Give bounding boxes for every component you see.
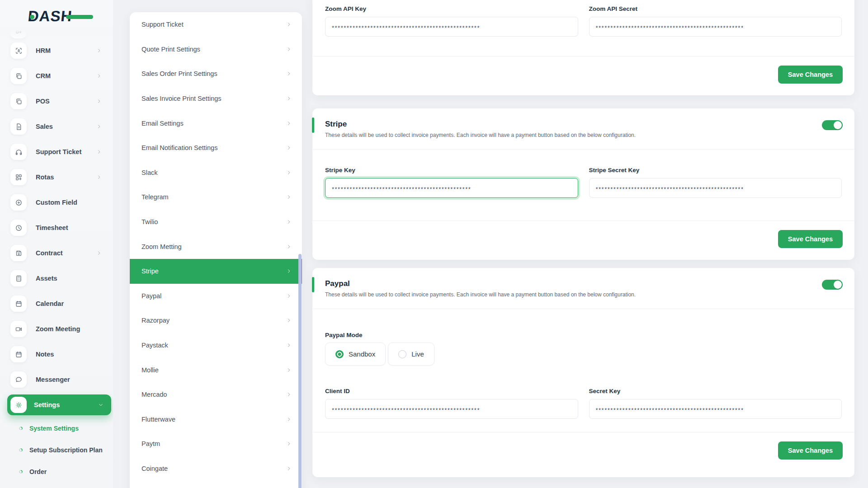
settings-menu-item-zoom-metting[interactable]: Zoom Metting: [130, 234, 302, 259]
form-field: Zoom API Secret: [589, 5, 842, 37]
grid-plus-icon: [10, 169, 27, 185]
form-field: Client ID: [325, 388, 578, 419]
sidebar-item-support-ticket[interactable]: Support Ticket: [0, 139, 113, 164]
section-description: These details will be used to collect in…: [325, 132, 842, 139]
chevron-right-icon: [96, 149, 102, 155]
settings-menu-item-mercado[interactable]: Mercado: [130, 382, 302, 407]
sidebar-item-calendar[interactable]: Calendar: [0, 291, 113, 316]
sidebar-item-notes[interactable]: Notes: [0, 342, 113, 367]
settings-menu-item-email-settings[interactable]: Email Settings: [130, 111, 302, 136]
sidebar-item-pos[interactable]: POS: [0, 89, 113, 114]
chevron-right-icon: [286, 219, 292, 225]
sidebar-item-timesheet[interactable]: Timesheet: [0, 215, 113, 240]
sidebar-item-crm[interactable]: CRM: [0, 63, 113, 89]
field-label: Stripe Key: [325, 167, 578, 174]
stripe-secret-key-input[interactable]: [589, 178, 842, 198]
field-label: Stripe Secret Key: [589, 167, 842, 174]
settings-menu-item-sales-invoice-print-settings[interactable]: Sales Invoice Print Settings: [130, 86, 302, 111]
sidebar-item-label: Messenger: [36, 376, 70, 383]
menu-item-label: Coingate: [142, 465, 168, 472]
settings-menu-item-email-notification-settings[interactable]: Email Notification Settings: [130, 136, 302, 160]
stripe-toggle[interactable]: [822, 120, 843, 130]
settings-menu-item-flutterwave[interactable]: Flutterwave: [130, 407, 302, 432]
sidebar-top-fade: [0, 27, 113, 42]
settings-menu-scrollbar[interactable]: [298, 254, 302, 488]
sidebar-item-sales[interactable]: Sales: [0, 114, 113, 139]
copy-icon: [10, 93, 27, 109]
video-icon: [10, 321, 27, 337]
settings-menu-item-twilio[interactable]: Twilio: [130, 210, 302, 235]
chevron-right-icon: [286, 441, 292, 447]
paypal-card-footer: Save Changes: [312, 432, 854, 471]
menu-item-label: Mollie: [142, 366, 159, 374]
sidebar-item-rotas[interactable]: Rotas: [0, 164, 113, 190]
sidebar-subitem-system-settings[interactable]: System Settings: [0, 418, 113, 439]
chevron-right-icon: [286, 367, 292, 373]
paypal-mode-label: Paypal Mode: [312, 332, 854, 338]
settings-menu-item-paytm[interactable]: Paytm: [130, 432, 302, 456]
sidebar-subitem-setup-subscription-plan[interactable]: Setup Subscription Plan: [0, 439, 113, 461]
paypal-settings-card: Paypal These details will be used to col…: [312, 268, 854, 477]
stripe-settings-card: Stripe These details will be used to col…: [312, 108, 854, 260]
save-changes-button[interactable]: Save Changes: [778, 441, 843, 460]
zoom-api-key-input[interactable]: [325, 17, 578, 37]
paypal-mode-options: SandboxLive: [312, 343, 854, 366]
sidebar-item-label: POS: [36, 98, 50, 105]
gear-icon: [10, 397, 27, 413]
client-id-input[interactable]: [325, 399, 578, 419]
settings-menu-item-slack[interactable]: Slack: [130, 160, 302, 185]
settings-menu-item-support-ticket[interactable]: Support Ticket: [130, 12, 302, 37]
chevron-right-icon: [286, 465, 292, 472]
sandbox-radio[interactable]: Sandbox: [325, 343, 386, 366]
settings-menu-item-mollie[interactable]: Mollie: [130, 357, 302, 382]
menu-item-label: Paystack: [142, 342, 168, 349]
settings-menu-item-skrill[interactable]: Skrill: [130, 481, 302, 488]
divider: [312, 309, 854, 309]
calculator-icon: [10, 270, 27, 286]
settings-menu-item-sales-order-print-settings[interactable]: Sales Order Print Settings: [130, 61, 302, 86]
clock-icon: [10, 220, 27, 236]
settings-menu-item-paypal[interactable]: Paypal: [130, 284, 302, 309]
sidebar-subitem-order[interactable]: Order: [0, 461, 113, 483]
floppy-icon: [10, 245, 27, 261]
field-label: Client ID: [325, 388, 578, 395]
settings-menu-item-stripe[interactable]: Stripe: [130, 259, 302, 284]
sidebar-nav-scroll-area[interactable]: HRMCRMPOSSalesSupport TicketRotasCustom …: [0, 27, 113, 488]
settings-menu-item-coingate[interactable]: Coingate: [130, 456, 302, 481]
settings-menu-item-telegram[interactable]: Telegram: [130, 185, 302, 210]
settings-menu-item-quote-print-settings[interactable]: Quote Print Settings: [130, 37, 302, 62]
app-logo[interactable]: DASH: [28, 6, 72, 26]
stripe-card-header: Stripe These details will be used to col…: [312, 108, 854, 139]
calendar-icon: [10, 296, 27, 312]
save-changes-button[interactable]: Save Changes: [778, 66, 843, 84]
stripe-key-input[interactable]: [325, 178, 578, 198]
settings-menu-item-paystack[interactable]: Paystack: [130, 333, 302, 358]
toggle-knob: [834, 281, 842, 289]
zoom-api-secret-input[interactable]: [589, 17, 842, 37]
sidebar-item-contract[interactable]: Contract: [0, 240, 113, 266]
paypal-card-header: Paypal These details will be used to col…: [312, 268, 854, 298]
sidebar-item-assets[interactable]: Assets: [0, 266, 113, 291]
sidebar-subitem-label: Setup Subscription Plan: [29, 446, 103, 454]
sidebar-item-messenger[interactable]: Messenger: [0, 367, 113, 392]
paypal-toggle[interactable]: [822, 280, 843, 290]
section-description: These details will be used to collect in…: [325, 291, 842, 298]
chevron-right-icon: [286, 416, 292, 422]
headphones-icon: [10, 144, 27, 160]
sidebar-item-custom-field[interactable]: Custom Field: [0, 190, 113, 215]
chat-icon: [10, 371, 27, 388]
field-label: Zoom API Key: [325, 5, 578, 13]
chevron-right-icon: [96, 250, 102, 256]
sidebar-item-settings[interactable]: Settings: [7, 394, 111, 415]
stripe-card-footer: Save Changes: [312, 221, 854, 260]
menu-item-label: Paypal: [142, 292, 161, 300]
settings-menu-item-razorpay[interactable]: Razorpay: [130, 308, 302, 333]
chevron-right-icon: [286, 21, 292, 28]
sidebar-item-zoom-meeting[interactable]: Zoom Meeting: [0, 316, 113, 342]
secret-key-input[interactable]: [589, 399, 842, 419]
form-field: Stripe Secret Key: [589, 167, 842, 198]
menu-item-label: Email Settings: [142, 120, 184, 127]
live-radio[interactable]: Live: [388, 343, 434, 366]
save-changes-button[interactable]: Save Changes: [778, 230, 843, 248]
paypal-fields: Client IDSecret Key: [312, 388, 854, 419]
